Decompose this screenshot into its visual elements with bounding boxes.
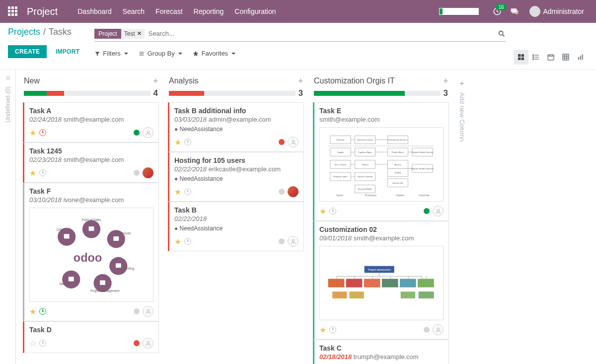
status-dot[interactable] (134, 130, 140, 136)
kanban-card[interactable]: Task Esmith@example.comDemandDemand Crea… (313, 102, 449, 221)
column-title[interactable]: New (24, 76, 40, 85)
assignee-placeholder-icon[interactable] (143, 127, 153, 138)
clock-icon[interactable] (184, 238, 191, 245)
apps-icon[interactable] (8, 6, 18, 16)
status-dot[interactable] (279, 238, 285, 244)
facet-remove-icon[interactable]: ✕ (137, 30, 142, 37)
assignee-placeholder-icon[interactable] (143, 306, 153, 317)
view-list-icon[interactable] (528, 50, 543, 65)
column-add-icon[interactable]: + (444, 76, 448, 85)
clock-icon[interactable] (39, 340, 46, 347)
view-kanban-icon[interactable] (514, 50, 528, 65)
column-progress[interactable] (314, 91, 441, 96)
column-title[interactable]: Analysis (169, 76, 199, 85)
column-progress[interactable] (24, 91, 150, 96)
discuss-icon[interactable] (510, 7, 520, 16)
assignee-placeholder-icon[interactable] (288, 236, 298, 247)
clock-icon[interactable] (39, 169, 46, 176)
column-title[interactable]: Customization Orgis IT (314, 76, 395, 85)
progress-indicator[interactable] (439, 8, 479, 15)
star-icon[interactable]: ★ (174, 187, 181, 197)
star-icon[interactable]: ★ (29, 307, 36, 316)
kanban-card[interactable]: Task C02/18/2018 trumph@example.com ☆ (313, 340, 449, 364)
clock-icon[interactable] (39, 129, 46, 136)
card-date: 03/03/2018 (174, 116, 207, 123)
star-icon[interactable]: ★ (319, 325, 326, 335)
star-icon[interactable]: ★ (174, 237, 181, 246)
assignee-placeholder-icon[interactable] (288, 137, 298, 147)
kanban-card[interactable]: Task A02/24/2018 smith@example.com ★ (23, 102, 159, 143)
svg-point-14 (147, 131, 149, 133)
view-graph-icon[interactable] (573, 50, 588, 65)
card-thumbnail: odoo CRM Point of Sales Warehouse Accoun… (29, 208, 153, 302)
kanban-card[interactable]: Task B additional info03/03/2018 admin@e… (168, 102, 304, 152)
favorites-button[interactable]: Favorites (192, 50, 235, 57)
assignee-placeholder-icon[interactable] (433, 206, 444, 217)
svg-rect-9 (548, 55, 554, 60)
kanban-card[interactable]: Task F03/10/2018 ivone@example.com odoo … (23, 183, 159, 321)
svg-point-1 (499, 31, 503, 35)
import-button[interactable]: IMPORT (49, 45, 86, 58)
svg-rect-83 (332, 291, 347, 298)
kanban-card[interactable]: Task B02/22/2018 NeedAssistance ★ (168, 202, 304, 251)
svg-rect-79 (364, 279, 380, 287)
card-subtitle: 09/01/2018 smith@example.com (319, 234, 444, 242)
status-dot[interactable] (279, 189, 285, 195)
star-icon[interactable]: ★ (29, 128, 36, 138)
kanban-card[interactable]: Task D ☆ (23, 321, 159, 353)
card-date: 02/18/2018 (319, 353, 352, 361)
card-email: smith@example.com (64, 156, 124, 163)
nav-dashboard[interactable]: Dashboard (77, 7, 112, 15)
svg-rect-85 (401, 291, 415, 298)
clock-icon[interactable] (329, 208, 336, 215)
add-column[interactable]: +Add new Column (455, 73, 469, 360)
column-add-icon[interactable]: + (298, 76, 303, 85)
svg-text:Demand for Services: Demand for Services (388, 139, 407, 141)
svg-rect-78 (346, 279, 363, 287)
user-menu[interactable]: Administrator (529, 6, 584, 17)
kanban-card[interactable]: Customization 0209/01/2018 smith@example… (313, 221, 449, 340)
assignee-avatar[interactable] (288, 186, 298, 197)
activity-icon[interactable]: 16 (493, 7, 502, 16)
assignee-placeholder-icon[interactable] (433, 324, 444, 335)
status-dot[interactable] (424, 327, 430, 333)
star-icon[interactable]: ★ (319, 207, 326, 216)
nav-reporting[interactable]: Reporting (194, 7, 224, 15)
clock-icon[interactable] (184, 139, 191, 146)
svg-text:Human Capacity: Human Capacity (358, 175, 373, 178)
nav-forecast[interactable]: Forecast (155, 7, 182, 15)
kanban-card[interactable]: Hosting for 105 users02/22/2018 erikcast… (168, 152, 304, 202)
column-progress[interactable] (169, 91, 296, 96)
search-icon[interactable] (498, 30, 506, 38)
folded-column[interactable]: Undefined (0) (0, 70, 16, 364)
filters-button[interactable]: Filters (94, 50, 128, 57)
kanban-card[interactable]: Task 124502/23/2018 smith@example.com ★ (23, 143, 159, 183)
nav-search[interactable]: Search (123, 7, 145, 15)
column-add-icon[interactable]: + (153, 76, 158, 85)
status-dot[interactable] (424, 208, 430, 214)
status-dot[interactable] (134, 308, 140, 314)
status-dot[interactable] (279, 139, 285, 145)
clock-icon[interactable] (329, 326, 336, 333)
assignee-placeholder-icon[interactable] (143, 338, 153, 349)
clock-icon[interactable] (184, 188, 191, 195)
nav-configuration[interactable]: Configuration (234, 7, 276, 15)
filter-row: Filters Group By Favorites (94, 50, 506, 57)
assignee-avatar[interactable] (143, 167, 153, 178)
star-icon[interactable]: ☆ (29, 339, 36, 348)
star-icon[interactable]: ★ (174, 138, 181, 147)
svg-rect-10 (563, 54, 569, 60)
view-pivot-icon[interactable] (558, 50, 573, 65)
clock-icon[interactable] (39, 308, 46, 315)
view-calendar-icon[interactable] (543, 50, 558, 65)
breadcrumb-root[interactable]: Projects (8, 27, 40, 37)
status-dot[interactable] (134, 170, 140, 176)
svg-text:Project Management: Project Management (90, 289, 120, 293)
star-icon[interactable]: ★ (29, 168, 36, 178)
search-bar: Project Test ✕ (94, 27, 506, 42)
groupby-button[interactable]: Group By (138, 50, 182, 57)
search-input[interactable] (145, 28, 498, 39)
create-button[interactable]: CREATE (8, 45, 47, 58)
app-brand[interactable]: Project (27, 6, 58, 17)
status-dot[interactable] (134, 340, 140, 346)
